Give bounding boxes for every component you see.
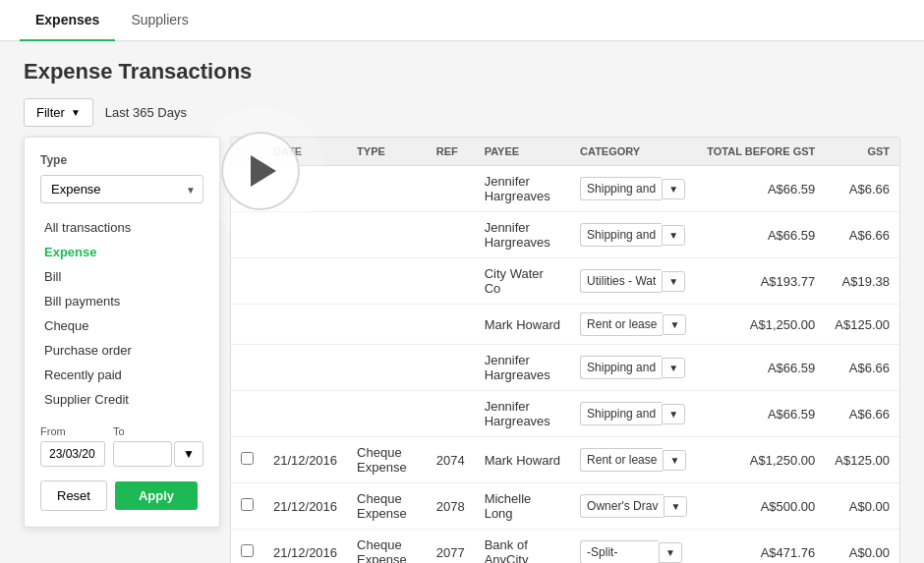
play-button[interactable] (221, 132, 300, 210)
row-gst: A$6.66 (825, 212, 899, 258)
category-text: Owner's Drav (580, 494, 664, 518)
row-checkbox[interactable] (241, 544, 254, 557)
filter-label: Filter (36, 105, 65, 120)
row-category[interactable]: Rent or lease ▼ (570, 305, 697, 345)
row-checkbox[interactable] (241, 498, 254, 511)
row-date: 21/12/2016 (263, 437, 347, 483)
row-checkbox[interactable] (241, 452, 254, 465)
category-chevron-icon[interactable]: ▼ (663, 314, 686, 335)
from-input[interactable] (40, 441, 105, 467)
to-label: To (113, 425, 203, 437)
from-label: From (40, 425, 105, 437)
row-gst: A$6.66 (825, 391, 899, 437)
category-chevron-icon[interactable]: ▼ (663, 450, 686, 471)
row-payee: Bank of AnyCity (475, 530, 570, 564)
reset-button[interactable]: Reset (40, 480, 107, 511)
row-checkbox-cell[interactable] (231, 483, 263, 530)
row-payee: Jennifer Hargreaves (475, 345, 570, 391)
category-text: Utilities - Wat (580, 269, 662, 293)
row-ref (427, 258, 475, 305)
type-option-cheque[interactable]: Cheque (40, 313, 203, 338)
row-ref (427, 166, 475, 212)
row-payee: Jennifer Hargreaves (475, 391, 570, 437)
row-checkbox-cell[interactable] (231, 437, 263, 483)
tab-expenses[interactable]: Expenses (20, 0, 115, 41)
row-payee: Jennifer Hargreaves (475, 166, 570, 212)
table-header-row: DATE TYPE REF PAYEE CATEGORY TOTAL BEFOR… (231, 138, 899, 166)
video-overlay (197, 107, 324, 235)
row-type: Cheque Expense (347, 530, 427, 564)
type-option-supplier-credit[interactable]: Supplier Credit (40, 387, 203, 412)
category-chevron-icon[interactable]: ▼ (664, 496, 687, 517)
row-ref: 2074 (427, 437, 475, 483)
row-checkbox-cell[interactable] (231, 530, 263, 564)
row-category[interactable]: Utilities - Wat ▼ (570, 258, 697, 305)
row-date: 21/12/2016 (263, 530, 347, 564)
type-option-expense[interactable]: Expense (40, 240, 203, 264)
col-gst: GST (825, 138, 899, 166)
date-range-fields: From To ▼ (40, 425, 203, 467)
row-category[interactable]: -Split- ▼ (570, 530, 697, 564)
row-type (347, 391, 427, 437)
col-total-before-gst: TOTAL BEFORE GST (697, 138, 825, 166)
category-text: Rent or lease (580, 312, 663, 336)
filter-actions: Reset Apply (40, 480, 203, 511)
filter-chevron-icon: ▼ (71, 107, 81, 118)
filter-panel: Type Expense ▼ All transactions Expense … (24, 137, 220, 528)
category-text: Shipping and (580, 402, 662, 425)
apply-button[interactable]: Apply (115, 481, 198, 510)
row-category[interactable]: Shipping and ▼ (570, 391, 697, 437)
type-option-recently-paid[interactable]: Recently paid (40, 363, 203, 387)
row-gst: A$6.66 (825, 345, 899, 391)
category-chevron-icon[interactable]: ▼ (662, 225, 685, 246)
to-date-picker-button[interactable]: ▼ (174, 441, 203, 467)
row-total: A$66.59 (697, 212, 825, 258)
type-option-bill[interactable]: Bill (40, 264, 203, 289)
type-option-bill-payments[interactable]: Bill payments (40, 289, 203, 313)
type-select[interactable]: Expense (40, 175, 203, 203)
type-option-all[interactable]: All transactions (40, 215, 203, 240)
category-chevron-icon[interactable]: ▼ (662, 271, 685, 292)
row-category[interactable]: Shipping and ▼ (570, 166, 697, 212)
row-total: A$66.59 (697, 345, 825, 391)
category-chevron-icon[interactable]: ▼ (659, 542, 682, 563)
type-options-list: All transactions Expense Bill Bill payme… (40, 215, 203, 412)
row-type: Cheque Expense (347, 483, 427, 530)
row-ref: 2078 (427, 483, 475, 530)
table-row: Jennifer Hargreaves Shipping and ▼ A$66.… (231, 345, 899, 391)
row-category[interactable]: Shipping and ▼ (570, 212, 697, 258)
row-category[interactable]: Shipping and ▼ (570, 345, 697, 391)
table-body: Jennifer Hargreaves Shipping and ▼ A$66.… (231, 166, 899, 564)
to-field: To ▼ (113, 425, 203, 467)
row-category[interactable]: Owner's Drav ▼ (570, 483, 697, 530)
row-gst: A$6.66 (825, 166, 899, 212)
to-input[interactable] (113, 441, 172, 467)
row-payee: Mark Howard (475, 305, 570, 345)
row-total: A$1,250.00 (697, 437, 825, 483)
row-date (263, 305, 347, 345)
transactions-table: DATE TYPE REF PAYEE CATEGORY TOTAL BEFOR… (231, 138, 899, 563)
row-ref (427, 212, 475, 258)
row-type (347, 166, 427, 212)
row-checkbox-cell (231, 391, 263, 437)
row-gst: A$125.00 (825, 305, 899, 345)
play-icon (251, 155, 276, 187)
page-title: Expense Transactions (0, 41, 924, 98)
col-payee: PAYEE (475, 138, 570, 166)
category-chevron-icon[interactable]: ▼ (662, 358, 685, 378)
category-chevron-icon[interactable]: ▼ (662, 179, 685, 199)
table-row: City Water Co Utilities - Wat ▼ A$193.77… (231, 258, 899, 305)
row-category[interactable]: Rent or lease ▼ (570, 437, 697, 483)
row-total: A$66.59 (697, 166, 825, 212)
row-gst: A$0.00 (825, 483, 899, 530)
row-checkbox-cell (231, 258, 263, 305)
filter-button[interactable]: Filter ▼ (24, 98, 93, 127)
toolbar: Filter ▼ Last 365 Days (0, 98, 924, 137)
category-chevron-icon[interactable]: ▼ (662, 404, 685, 424)
row-total: A$471.76 (697, 530, 825, 564)
tab-suppliers[interactable]: Suppliers (115, 0, 203, 41)
type-option-purchase-order[interactable]: Purchase order (40, 338, 203, 363)
row-date: 21/12/2016 (263, 483, 347, 530)
category-text: Shipping and (580, 356, 662, 379)
row-type (347, 212, 427, 258)
